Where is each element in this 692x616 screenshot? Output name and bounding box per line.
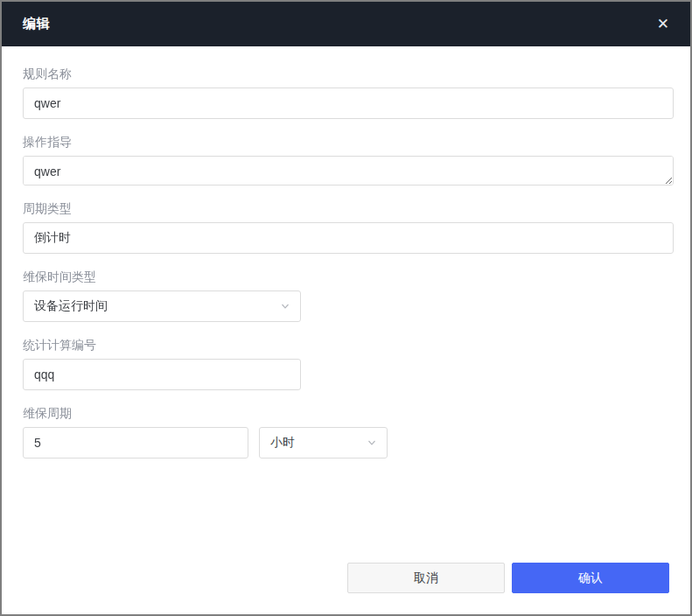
- close-icon[interactable]: ✕: [657, 17, 669, 32]
- stat-calc-number-input[interactable]: [23, 359, 301, 390]
- operation-guide-label: 操作指导: [23, 136, 669, 148]
- maintenance-cycle-input[interactable]: [23, 427, 248, 458]
- rule-name-input[interactable]: [23, 88, 674, 119]
- field-cycle-type: 周期类型: [23, 202, 669, 254]
- dialog-footer: 取消 确认: [2, 563, 690, 614]
- field-operation-guide: 操作指导 qwer: [23, 136, 669, 186]
- field-rule-name: 规则名称: [23, 67, 669, 119]
- maintenance-cycle-unit-value: 小时: [270, 435, 295, 451]
- rule-name-label: 规则名称: [23, 67, 669, 80]
- dialog-header: 编辑 ✕: [2, 2, 690, 46]
- dialog-body: 规则名称 操作指导 qwer 周期类型 维保时间类型 设备运行时间 统计计算编号: [2, 46, 690, 563]
- cycle-type-label: 周期类型: [23, 202, 669, 214]
- cycle-type-input[interactable]: [23, 222, 674, 254]
- operation-guide-textarea[interactable]: qwer: [23, 156, 674, 186]
- stat-calc-number-label: 统计计算编号: [23, 339, 669, 351]
- maintenance-cycle-row: 小时: [23, 427, 669, 458]
- field-maintenance-cycle: 维保周期 小时: [23, 407, 669, 458]
- maintenance-cycle-label: 维保周期: [23, 407, 669, 419]
- chevron-down-icon: [366, 437, 378, 449]
- confirm-button[interactable]: 确认: [512, 563, 669, 593]
- chevron-down-icon: [279, 300, 291, 312]
- edit-dialog: 编辑 ✕ 规则名称 操作指导 qwer 周期类型 维保时间类型 设备运行时间: [0, 0, 692, 616]
- cancel-button[interactable]: 取消: [347, 563, 505, 593]
- dialog-title: 编辑: [23, 16, 50, 32]
- maintenance-cycle-unit-select[interactable]: 小时: [259, 427, 388, 458]
- field-maintenance-time-type: 维保时间类型 设备运行时间: [23, 270, 669, 322]
- maintenance-time-type-value: 设备运行时间: [34, 298, 108, 314]
- maintenance-time-type-label: 维保时间类型: [23, 270, 669, 283]
- field-stat-calc-number: 统计计算编号: [23, 339, 669, 390]
- maintenance-time-type-select[interactable]: 设备运行时间: [23, 290, 301, 322]
